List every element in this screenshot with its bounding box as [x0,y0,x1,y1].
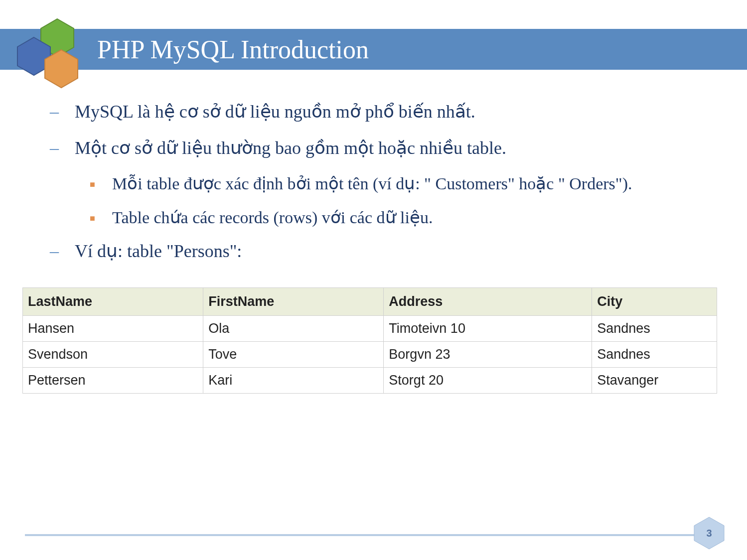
table-cell: Stavanger [592,367,717,393]
table-row: Hansen Ola Timoteivn 10 Sandnes [23,315,717,341]
table-cell: Sandnes [592,341,717,367]
table-cell: Svendson [23,341,203,367]
bullet-item: – MySQL là hệ cơ sở dữ liệu nguồn mở phổ… [50,100,717,124]
footer-divider [25,534,722,536]
table-header-cell: FirstName [203,287,384,315]
page-number: 3 [691,515,727,551]
table-cell: Ola [203,315,384,341]
sub-bullet-text: Mỗi table được xác định bởi một tên (ví … [112,172,632,196]
dash-icon: – [50,239,75,264]
slide-title: PHP MySQL Introduction [97,35,369,64]
bullet-text: MySQL là hệ cơ sở dữ liệu nguồn mở phổ b… [75,100,475,124]
table-row: Pettersen Kari Storgt 20 Stavanger [23,367,717,393]
table-row: Svendson Tove Borgvn 23 Sandnes [23,341,717,367]
slide-header: PHP MySQL Introduction [0,29,747,70]
bullet-text: Ví dụ: table "Persons": [75,239,242,264]
bullet-item: – Một cơ sở dữ liệu thường bao gồm một h… [50,136,717,160]
bullet-item: – Ví dụ: table "Persons": [50,239,717,264]
hexagon-logo-icon [10,15,90,95]
table-cell: Timoteivn 10 [384,315,592,341]
table-cell: Sandnes [592,315,717,341]
table-cell: Kari [203,367,384,393]
table-header-row: LastName FirstName Address City [23,287,717,315]
sub-bullet-text: Table chứa các records (rows) với các dữ… [112,206,433,230]
table-cell止: Tove [203,341,384,367]
dash-icon: – [50,136,75,160]
table-cell: Borgvn 23 [384,341,592,367]
bullet-text: Một cơ sở dữ liệu thường bao gồm một hoặ… [75,136,506,160]
sub-bullet-item: ■ Table chứa các records (rows) với các … [50,206,717,230]
table-header-cell: City [592,287,717,315]
square-icon: ■ [90,206,112,225]
persons-table: LastName FirstName Address City Hansen O… [22,287,717,394]
square-icon: ■ [90,172,112,191]
table-cell: Storgt 20 [384,367,592,393]
table-header-cell: Address [384,287,592,315]
table-cell: Hansen [23,315,203,341]
sub-bullet-item: ■ Mỗi table được xác định bởi một tên (v… [50,172,717,196]
slide-body: – MySQL là hệ cơ sở dữ liệu nguồn mở phổ… [50,100,717,394]
dash-icon: – [50,100,75,124]
table-header-cell: LastName [23,287,203,315]
table-cell: Pettersen [23,367,203,393]
